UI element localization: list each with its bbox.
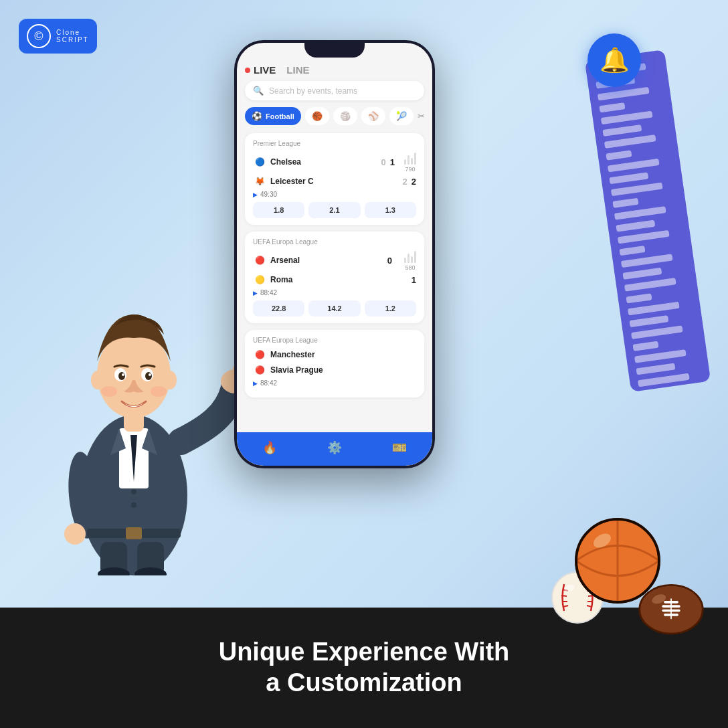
betslip-line bbox=[621, 254, 672, 268]
league-name-premier: Premier League bbox=[253, 140, 416, 147]
phone-header: LIVE LINE bbox=[245, 62, 424, 81]
betslip-line bbox=[618, 230, 669, 244]
search-bar[interactable]: 🔍 Search by events, teams bbox=[245, 81, 424, 100]
slavia-name: Slavia Prague bbox=[270, 365, 323, 375]
svg-point-8 bbox=[64, 523, 86, 545]
league-name-europa-2: UEFA Europa League bbox=[253, 337, 416, 344]
leicester-name: Leicester C bbox=[270, 177, 314, 186]
odd-1-2[interactable]: 2.1 bbox=[308, 202, 360, 218]
betslip-line bbox=[608, 159, 659, 173]
banner-text: Unique Experience With a Customization bbox=[219, 637, 510, 698]
time-1: 49:30 bbox=[260, 191, 277, 198]
search-placeholder: Search by events, teams bbox=[269, 86, 357, 96]
tab-volleyball[interactable]: 🏐 bbox=[333, 107, 357, 125]
betslip-line bbox=[609, 172, 648, 184]
tab-basketball[interactable]: 🏀 bbox=[305, 107, 329, 125]
stats-icon-2[interactable]: 580 bbox=[404, 250, 416, 271]
svg-point-26 bbox=[131, 503, 136, 508]
team-info-arsenal: 🔴 Arsenal bbox=[253, 254, 387, 267]
play-icon-2: ▶ bbox=[253, 290, 258, 296]
team-info-chelsea: 🔵 Chelsea bbox=[253, 155, 381, 169]
nav-ticket-icon[interactable]: 🎫 bbox=[392, 440, 407, 455]
betslip-line bbox=[622, 268, 661, 280]
match-row-chelsea: 🔵 Chelsea 0 1 bbox=[253, 151, 416, 173]
banner-line2: a Customization bbox=[266, 668, 462, 697]
team-info-slavia: 🔴 Slavia Prague bbox=[253, 363, 416, 377]
match-row-manchester: 🔴 Manchester bbox=[253, 348, 416, 361]
manchester-logo: 🔴 bbox=[253, 348, 266, 361]
baseball-icon: ⚾ bbox=[368, 111, 379, 121]
sport-tabs: ⚽ Football 🏀 🏐 ⚾ 🎾 ✂ bbox=[245, 107, 424, 125]
manchester-name: Manchester bbox=[270, 350, 315, 359]
basketball-decoration bbox=[574, 517, 661, 604]
team-info-roma: 🟡 Roma bbox=[253, 273, 412, 286]
leicester-scores: 2 2 bbox=[403, 177, 416, 187]
match-row-roma: 🟡 Roma 1 bbox=[253, 273, 416, 286]
betslip-line bbox=[611, 183, 662, 197]
svg-point-15 bbox=[118, 372, 125, 380]
nav-gear-icon[interactable]: ⚙️ bbox=[327, 440, 342, 455]
match-time-2: ▶ 88:42 bbox=[253, 289, 416, 296]
match-row-leicester: 🦊 Leicester C 2 2 bbox=[253, 175, 416, 188]
slavia-logo: 🔴 bbox=[253, 363, 266, 377]
betslip-line bbox=[612, 198, 638, 208]
nav-fire-icon[interactable]: 🔥 bbox=[262, 440, 277, 455]
stats-icon-1[interactable]: 790 bbox=[404, 151, 416, 173]
betslip-line bbox=[599, 102, 625, 112]
chelsea-name: Chelsea bbox=[270, 157, 301, 167]
match-card-arsenal: UEFA Europa League 🔴 Arsenal 0 bbox=[245, 232, 424, 323]
svg-point-20 bbox=[163, 371, 177, 389]
odd-1-1[interactable]: 1.8 bbox=[253, 202, 304, 218]
svg-line-40 bbox=[561, 596, 567, 596]
logo-icon: © bbox=[27, 24, 51, 48]
basketball-icon: 🏀 bbox=[312, 111, 323, 121]
phone-notch bbox=[304, 43, 365, 58]
time-2: 88:42 bbox=[260, 289, 277, 296]
tennis-icon: 🎾 bbox=[396, 111, 407, 121]
betslip-line bbox=[631, 325, 682, 339]
svg-point-22 bbox=[151, 386, 167, 397]
odd-2-2[interactable]: 14.2 bbox=[308, 300, 360, 316]
odd-2-1[interactable]: 22.8 bbox=[253, 300, 304, 316]
phone-inner: LIVE LINE 🔍 Search by events, teams ⚽ Fo… bbox=[237, 43, 432, 466]
odds-row-2: 22.8 14.2 1.2 bbox=[253, 300, 416, 316]
betslip-line bbox=[636, 363, 675, 375]
odds-row-1: 1.8 2.1 1.3 bbox=[253, 202, 416, 218]
phone-content: LIVE LINE 🔍 Search by events, teams ⚽ Fo… bbox=[237, 43, 432, 466]
character-svg bbox=[20, 107, 248, 575]
bottom-nav: 🔥 ⚙️ 🎫 bbox=[237, 432, 432, 466]
live-dot bbox=[245, 68, 250, 73]
banner-line1: Unique Experience With bbox=[219, 638, 510, 666]
leicester-logo: 🦊 bbox=[253, 175, 266, 188]
live-label: LIVE bbox=[254, 64, 276, 76]
svg-point-16 bbox=[145, 372, 152, 380]
more-tabs-icon: ✂ bbox=[418, 111, 425, 121]
betslip-line bbox=[598, 87, 649, 101]
arsenal-score: 0 bbox=[387, 256, 392, 266]
tab-football[interactable]: ⚽ Football bbox=[245, 107, 301, 125]
betslip-line bbox=[601, 111, 652, 125]
tab-tennis[interactable]: 🎾 bbox=[389, 107, 414, 125]
phone-outer: LIVE LINE 🔍 Search by events, teams ⚽ Fo… bbox=[234, 40, 435, 468]
odd-1-3[interactable]: 1.3 bbox=[365, 202, 416, 218]
betslip-line bbox=[616, 220, 654, 232]
volleyball-icon: 🏐 bbox=[340, 111, 351, 121]
logo-name: Clone bbox=[56, 29, 89, 36]
betslip-line bbox=[640, 389, 666, 392]
svg-point-19 bbox=[91, 371, 104, 389]
betslip-line bbox=[604, 134, 656, 149]
score-area-chelsea: 0 1 790 bbox=[381, 151, 416, 173]
match-row-arsenal: 🔴 Arsenal 0 bbox=[253, 250, 416, 271]
football-icon: ⚽ bbox=[252, 111, 262, 121]
betslip-decoration bbox=[585, 50, 711, 392]
match-card-chelsea: Premier League 🔵 Chelsea 0 1 bbox=[245, 133, 424, 225]
betslip-line bbox=[630, 315, 668, 327]
logo: © Clone SCRIPT bbox=[19, 19, 97, 54]
svg-point-17 bbox=[122, 373, 124, 376]
play-icon-3: ▶ bbox=[253, 380, 258, 387]
odd-2-3[interactable]: 1.2 bbox=[365, 300, 416, 316]
tab-baseball[interactable]: ⚾ bbox=[361, 107, 385, 125]
match-row-slavia: 🔴 Slavia Prague bbox=[253, 363, 416, 377]
arsenal-name: Arsenal bbox=[270, 256, 300, 265]
notification-bell[interactable]: 🔔 bbox=[587, 33, 641, 87]
